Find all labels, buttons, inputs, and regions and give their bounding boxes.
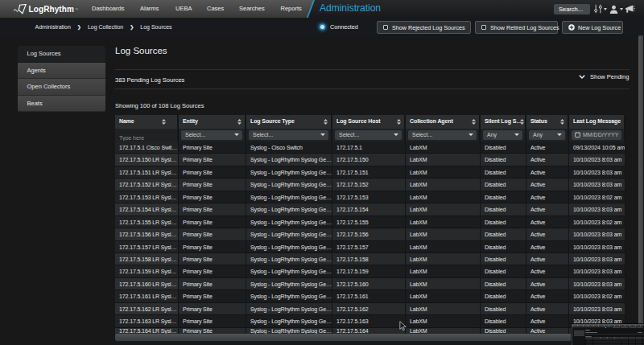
sidebar-item-beats[interactable]: Beats	[18, 96, 105, 113]
breadcrumb: Administration❯Log Collection❯Log Source…	[35, 18, 172, 35]
nav-item-alarms[interactable]: Alarms	[140, 0, 159, 18]
nav-item-reports[interactable]: Reports	[281, 0, 302, 18]
nav-item-ueba[interactable]: UEBA	[175, 0, 192, 18]
table-row[interactable]: 172.17.5.163 LR Sysl…Primary SiteSyslog …	[115, 315, 625, 327]
announcements-button[interactable]	[625, 0, 635, 18]
table-cell-agent: LabXM	[406, 203, 481, 216]
filter-select-value: Any	[487, 132, 497, 138]
horizontal-scrollbar-thumb[interactable]	[115, 334, 625, 341]
breadcrumb-administration[interactable]: Administration	[35, 24, 71, 30]
table-row[interactable]: 172.17.5.157 LR Sysl…Primary SiteSyslog …	[115, 241, 625, 253]
table-row[interactable]: 172.17.5.156 LR Sysl…Primary SiteSyslog …	[115, 228, 625, 240]
show-pending-toggle[interactable]: Show Pending	[579, 73, 629, 80]
horizontal-scrollbar[interactable]	[115, 334, 625, 341]
search-input[interactable]: Search...	[554, 4, 590, 14]
table-cell-silent: Disabled	[481, 203, 526, 216]
nav-item-cases[interactable]: Cases	[207, 0, 224, 18]
connection-status-label: Connected	[330, 23, 358, 31]
date-filter[interactable]: MM/DD/YYYY	[572, 130, 621, 140]
breadcrumb-log-sources[interactable]: Log Sources	[140, 24, 171, 30]
breadcrumb-chevron-icon: ❯	[77, 24, 81, 30]
column-header[interactable]: Collection Agent	[406, 115, 481, 129]
divider	[115, 88, 630, 89]
preferences-menu[interactable]	[594, 0, 607, 18]
table-cell-host: 172.17.5.154	[332, 203, 406, 216]
sort-icon	[472, 119, 476, 125]
table-row[interactable]: 172.17.5.151 LR Sysl…Primary SiteSyslog …	[115, 166, 625, 179]
table-cell-status: Active	[526, 265, 569, 277]
table-row[interactable]: 172.17.5.160 LR Sysl…Primary SiteSyslog …	[115, 278, 625, 290]
table-cell-entity: Primary Site	[179, 154, 246, 166]
table-cell-status: Active	[526, 290, 569, 302]
table-cell-status: Active	[526, 278, 569, 290]
show-rejected-log-sources-checkbox[interactable]: Show Rejected Log Sources	[377, 21, 471, 34]
sidebar-item-log-sources[interactable]: Log Sources	[18, 46, 105, 63]
user-menu[interactable]	[609, 0, 623, 18]
table-row[interactable]: 172.17.5.158 LR Sysl…Primary SiteSyslog …	[115, 253, 625, 265]
table-row[interactable]: 172.17.5.1 Cisco Swit…Primary SiteSyslog…	[115, 142, 625, 154]
table-row[interactable]: 172.17.5.154 LR Sysl…Primary SiteSyslog …	[115, 203, 625, 216]
sidebar-item-agents[interactable]: Agents	[18, 63, 105, 80]
table-cell-agent: LabXM	[406, 142, 481, 154]
sidebar-item-open-collectors[interactable]: Open Collectors	[18, 79, 105, 96]
vertical-scrollbar[interactable]	[638, 35, 644, 345]
table-cell-name: 172.17.5.155 LR Sysl…	[115, 216, 179, 228]
table-row[interactable]: 172.17.5.159 LR Sysl…Primary SiteSyslog …	[115, 265, 625, 277]
column-header[interactable]: Status	[526, 115, 569, 129]
table-cell-type: Syslog - LogRhythm Syslog Ge…	[246, 265, 332, 277]
preview-sidebar	[574, 330, 584, 336]
preview-button	[637, 327, 642, 328]
button-label: Show Retired Log Sources	[490, 24, 559, 31]
table-cell-last: 10/10/2023 8:02 am	[569, 290, 625, 302]
table-row[interactable]: 172.17.5.153 LR Sysl…Primary SiteSyslog …	[115, 191, 625, 203]
table-cell-silent: Disabled	[481, 191, 526, 203]
column-header[interactable]: Name	[115, 115, 179, 129]
filter-select[interactable]: Any	[529, 130, 565, 140]
table-cell-status: Active	[526, 203, 569, 216]
preview-table-columns	[585, 337, 644, 345]
table-cell-type: Syslog - LogRhythm Syslog Ge…	[246, 179, 332, 191]
table-cell-type: Syslog - LogRhythm Syslog Ge…	[246, 253, 332, 265]
show-retired-log-sources-checkbox[interactable]: Show Retired Log Sources	[475, 21, 559, 34]
screen-share-preview-window[interactable]	[572, 324, 644, 345]
nav-item-searches[interactable]: Searches	[239, 0, 265, 18]
chevron-down-icon	[514, 133, 519, 136]
table-row[interactable]: 172.17.5.150 LR Sysl…Primary SiteSyslog …	[115, 154, 625, 166]
column-header[interactable]: Log Source Host	[332, 115, 406, 129]
table-cell-host: 172.17.5.153	[332, 191, 406, 203]
table-cell-entity: Primary Site	[179, 265, 246, 277]
column-header[interactable]: Last Log Message	[569, 115, 625, 129]
logo-text: LogRhythm	[29, 5, 74, 14]
column-header[interactable]: Entity	[179, 115, 246, 129]
table-cell-name: 172.17.5.150 LR Sysl…	[115, 154, 179, 166]
name-filter-input[interactable]	[115, 131, 177, 142]
filter-select[interactable]: Select...	[408, 130, 477, 140]
table-row[interactable]: 172.17.5.161 LR Sysl…Primary SiteSyslog …	[115, 290, 625, 302]
table-cell-name: 172.17.5.156 LR Sysl…	[115, 228, 179, 240]
table-cell-name: 172.17.5.153 LR Sysl…	[115, 191, 179, 203]
nav-item-dashboards[interactable]: Dashboards	[92, 0, 124, 18]
table-cell-entity: Primary Site	[179, 203, 246, 216]
filter-select[interactable]: Select...	[249, 130, 328, 140]
breadcrumb-log-collection[interactable]: Log Collection	[88, 24, 123, 30]
table-row[interactable]: 172.17.5.152 LR Sysl…Primary SiteSyslog …	[115, 179, 625, 191]
vertical-scrollbar-thumb[interactable]	[638, 35, 643, 345]
column-header[interactable]: Silent Log S…	[481, 115, 526, 129]
table-row[interactable]: 172.17.5.162 LR Sysl…Primary SiteSyslog …	[115, 303, 625, 315]
table-cell-agent: LabXM	[406, 290, 481, 302]
filter-select[interactable]: Select...	[335, 130, 402, 140]
table-cell-entity: Primary Site	[179, 278, 246, 290]
filter-cell	[115, 129, 179, 142]
table-row[interactable]: 172.17.5.155 LR Sysl…Primary SiteSyslog …	[115, 216, 625, 228]
filter-select-value: Select...	[253, 132, 273, 138]
new-log-source-button[interactable]: New Log Source	[562, 21, 623, 34]
chevron-down-icon	[320, 133, 325, 136]
pending-log-sources-text: 383 Pending Log Sources	[115, 76, 184, 84]
nav-item-administration[interactable]: Administration	[320, 0, 381, 18]
table-cell-status: Active	[526, 303, 569, 315]
column-header-label: Entity	[183, 118, 198, 124]
filter-select[interactable]: Select...	[181, 130, 242, 140]
column-header[interactable]: Log Source Type	[246, 115, 332, 129]
table-cell-name: 172.17.5.158 LR Sysl…	[115, 253, 179, 265]
filter-select[interactable]: Any	[483, 130, 522, 140]
